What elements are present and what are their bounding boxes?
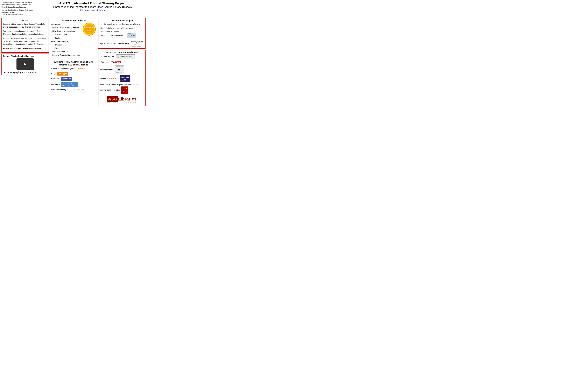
- column-3: Create for the Project Be something bigg…: [98, 18, 146, 106]
- me-text: me: [107, 77, 110, 80]
- svg-text:you help others help you: you help others help you: [84, 27, 95, 28]
- cms-label: Course management system:: [51, 68, 76, 70]
- you-text: You: [111, 61, 115, 63]
- column-2: Learn How to Contribute you help others …: [50, 18, 97, 106]
- create-title: Create for the Project: [100, 19, 144, 22]
- libraries-text: Libraries: [118, 96, 137, 101]
- syndicate-panel: Syndicate locally via embedding, sharing…: [50, 59, 97, 94]
- svg-text:D SPACE: D SPACE: [131, 35, 135, 36]
- cc-label: Sign a Creative Commons License: [100, 42, 129, 45]
- asu-logo-text: ASULibraries: [101, 96, 143, 102]
- goals-p4: Provide library screen casters with assi…: [3, 47, 47, 50]
- cc-badge: Creative Commons 🅭🅯 Unlock yourcreative …: [130, 40, 144, 47]
- svg-text:Give Support: Give Support: [85, 28, 93, 29]
- tutorials-label: -Tutorials on uploading content: [100, 34, 126, 37]
- person1-campus: Downtown Phoenix campus, Phoenix, AZ: [1, 4, 31, 6]
- lion-badge: LIONTV: [121, 86, 128, 94]
- handheld-title: Get m4v files for handheld devices: [3, 55, 47, 57]
- svg-text:Get Support: Get Support: [86, 31, 92, 33]
- svg-rect-6: [128, 33, 131, 35]
- syndicate-title-text: Syndicate locally via embedding, sharing…: [53, 61, 94, 66]
- main-title: A.N.T.S. : ANimated Tutorial Sharing Pro…: [39, 1, 146, 5]
- others-row: -Others mefeedia™ CHANNELS.com: [100, 75, 144, 82]
- asu-abbr: ASU: [107, 96, 118, 102]
- moodle-badge: moodle: [78, 67, 85, 71]
- cc-row: Sign a Creative Commons License Creative…: [100, 40, 144, 47]
- person1-email: Email: Kathleen.Carlson@asu.edu: [1, 6, 26, 8]
- blogs-row: Blogs Blogger: [51, 72, 96, 76]
- header-left: Kathleen Carlson, Arizona State Universi…: [1, 1, 39, 17]
- list-item: - FAQs: [51, 36, 96, 40]
- create-p1: Be something bigger than your own librar…: [100, 23, 144, 26]
- lion-tv: TV: [122, 91, 124, 92]
- syndicate-title: Syndicate locally via embedding, sharing…: [51, 61, 96, 66]
- youtube-badge: YouTube: [110, 60, 122, 64]
- goals-panel: Goals Create a critical mass of Open Sou…: [1, 18, 49, 53]
- blogs-label: Blogs: [51, 72, 56, 75]
- list-item: - Wiki: [51, 47, 96, 50]
- screencast-badge: 📡 Screencast.com™: [116, 54, 135, 59]
- asu-logo: ASULibraries ARIZONA STATE UNIVERSITY: [100, 95, 144, 105]
- svg-point-10: [124, 79, 126, 81]
- person1-name: Kathleen Carlson, Arizona State Universi…: [1, 2, 32, 3]
- channels-com: .com: [120, 79, 123, 81]
- libguides-line2: Web 2.0 for Library 2.0: [62, 85, 77, 86]
- main-subtitle: Libraries Working Together to Create Ope…: [39, 6, 146, 9]
- list-item: - Dspace: [51, 43, 96, 47]
- youtube-label: - You Tube: [100, 61, 109, 63]
- youtube-row: - You Tube YouTube: [100, 60, 144, 64]
- lion-label: -Lion TV can syndicate your content to a…: [100, 83, 139, 91]
- column-1: Goals Create a critical mass of Open Sou…: [1, 18, 49, 106]
- others-label: -Others: [100, 77, 106, 80]
- person2-name: Carmen Kazakoff-Lane, Brandon University…: [1, 9, 33, 11]
- goals-p1: Create a critical mass of Open Source Tu…: [3, 23, 47, 28]
- facebook-row: Facebook facebook: [51, 77, 96, 81]
- screencast-label: - Screencast.com: [100, 55, 114, 58]
- header: Kathleen Carlson, Arizona State Universi…: [1, 1, 146, 17]
- person2: Carmen Kazakoff-Lane, Brandon University…: [1, 9, 39, 16]
- help-circle-icon: you help others help you Give Support Ge…: [83, 23, 96, 36]
- person2-email: Email: kazakoff@brandonu.ca: [1, 14, 23, 15]
- device-image: [16, 58, 34, 70]
- archive-badge: INTERNET 🏛 ARCHIVE: [115, 66, 124, 74]
- project-url[interactable]: http://ants.wetpaint.com: [80, 9, 105, 12]
- learn-panel: Learn How to Contribute you help others …: [50, 18, 97, 58]
- screencast-row: - Screencast.com 📡 Screencast.com™: [100, 54, 144, 59]
- create-panel: Create for the Project Be something bigg…: [98, 18, 146, 49]
- libguides-line1: LibGuides:: [66, 83, 73, 84]
- host-row: Host Files Locally "As Is" - or Customiz…: [51, 88, 96, 91]
- archive-row: -Internet Archive INTERNET 🏛 ARCHIVE: [100, 66, 144, 74]
- feed-text: feed: [110, 77, 115, 80]
- dspace-row: Upload Files to Dspace -Tutorials on upl…: [100, 31, 144, 38]
- create-p2: Adopt a tutorial and help all library us…: [100, 27, 144, 30]
- host-label: Host Files Locally "As Is" - or Customiz…: [51, 89, 86, 91]
- goals-p2: Communicate development of Learning Obje…: [3, 30, 47, 35]
- lion-row: -Lion TV can syndicate your content to a…: [100, 83, 144, 94]
- list-item: - Learn to Embed / Stream content: [51, 53, 96, 57]
- tm-text: ™: [117, 77, 119, 79]
- az-state-text: ARIZONA STATE UNIVERSITY: [101, 102, 143, 104]
- handheld-caption: Ipod Touch playing A.N.T.S. tutorial: [3, 71, 47, 73]
- mefeed-badge: mefeedia™: [107, 77, 119, 81]
- cms-row: Course management system: moodle: [51, 67, 96, 71]
- list-item: - Discussion Forum: [51, 50, 96, 53]
- handheld-panel: Get m4v files for handheld devices Ipod …: [1, 54, 49, 75]
- learn-title: Learn How to Contribute: [51, 19, 96, 22]
- svg-rect-8: [130, 35, 131, 36]
- upload-label: Upload Files to Dspace: [100, 31, 119, 33]
- main-content: Goals Create a critical mass of Open Sou…: [1, 18, 146, 106]
- libguides-badge: LibGuides: Web 2.0 for Library 2.0: [61, 82, 78, 87]
- svg-text:Get Help: Get Help: [87, 30, 91, 31]
- channels-badge: CHANNELS.com: [120, 75, 130, 82]
- libguides-row: LibGuides LibGuides: Web 2.0 for Library…: [51, 82, 96, 87]
- facebook-label: Facebook: [51, 78, 59, 80]
- screencast-text: Screencast.com™: [120, 56, 134, 57]
- syndicated-panel: Have Your Creation Syndicated - Screenca…: [98, 50, 146, 106]
- header-center: A.N.T.S. : ANimated Tutorial Sharing Pro…: [39, 1, 146, 12]
- ia-text: ia: [115, 77, 117, 80]
- person2-campus: Manitoba, Canada: [1, 12, 14, 13]
- libguides-label: LibGuides: [51, 83, 60, 85]
- goals-title: Goals: [3, 19, 47, 22]
- tube-text: Tube: [115, 61, 120, 63]
- screencast-icon: 📡: [117, 55, 120, 58]
